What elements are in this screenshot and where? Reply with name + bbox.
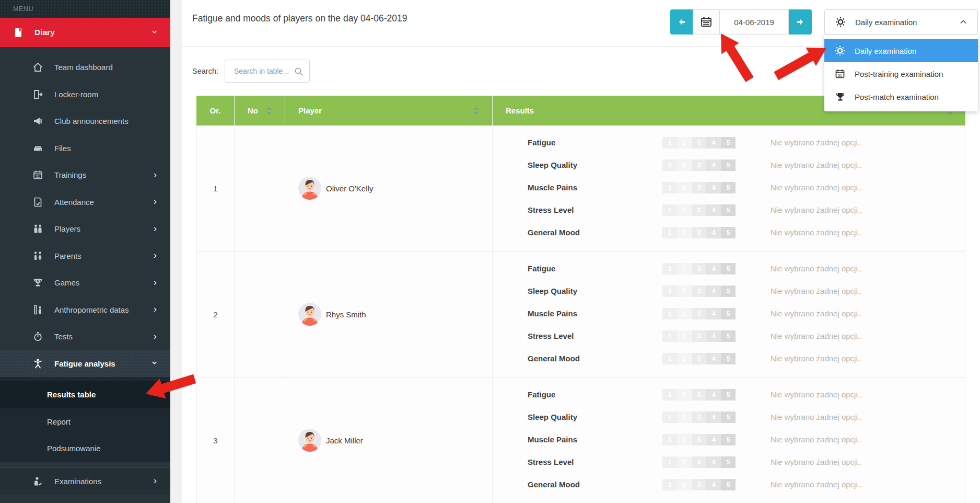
rating-cell-5[interactable]: 5 (721, 411, 736, 423)
rating-cell-5[interactable]: 5 (721, 456, 736, 468)
examination-type-select[interactable]: Daily examination (824, 9, 978, 35)
rating-cell-4[interactable]: 4 (706, 137, 721, 148)
rating-cell-5[interactable]: 5 (721, 263, 736, 275)
rating-cell-5[interactable]: 5 (721, 389, 736, 401)
rating-cell-3[interactable]: 3 (692, 479, 706, 490)
rating-cell-3[interactable]: 3 (692, 456, 706, 468)
sidebar-item-attendance[interactable]: Attendance› (0, 189, 170, 216)
rating-cell-1[interactable]: 1 (662, 285, 677, 297)
rating-cell-3[interactable]: 3 (692, 137, 706, 148)
menu-option-daily-examination[interactable]: Daily examination (824, 39, 978, 62)
sidebar-item-anthropometric-datas[interactable]: Anthropometric datas› (0, 296, 170, 324)
rating-cell-2[interactable]: 2 (677, 456, 692, 468)
rating-cell-4[interactable]: 4 (706, 456, 721, 468)
rating-cell-3[interactable]: 3 (692, 389, 706, 401)
column-header-no[interactable]: No (235, 96, 285, 125)
rating-cell-2[interactable]: 2 (677, 137, 692, 148)
rating-cell-2[interactable]: 2 (677, 389, 692, 401)
sidebar-item-parents[interactable]: Parents› (0, 243, 170, 270)
rating-cell-4[interactable]: 4 (706, 330, 721, 342)
rating-cell-2[interactable]: 2 (677, 434, 692, 445)
rating-cell-1[interactable]: 1 (662, 227, 677, 238)
rating-cell-4[interactable]: 4 (706, 285, 721, 297)
rating-cell-2[interactable]: 2 (677, 479, 692, 490)
rating-cell-5[interactable]: 5 (721, 227, 736, 238)
rating-cell-5[interactable]: 5 (721, 159, 736, 171)
rating-cell-5[interactable]: 5 (721, 204, 736, 216)
rating-cell-2[interactable]: 2 (677, 182, 692, 193)
rating-cell-5[interactable]: 5 (721, 182, 736, 193)
sidebar-item-club-announcements[interactable]: Club announcements (0, 108, 170, 135)
rating-cell-5[interactable]: 5 (721, 330, 736, 342)
sidebar-item-examinations[interactable]: Examinations › (0, 468, 170, 495)
rating-cell-3[interactable]: 3 (692, 411, 706, 423)
rating-cell-5[interactable]: 5 (721, 434, 736, 445)
rating-cell-1[interactable]: 1 (662, 353, 677, 364)
rating-cell-4[interactable]: 4 (706, 227, 721, 238)
rating-cell-4[interactable]: 4 (706, 182, 721, 193)
rating-cell-4[interactable]: 4 (706, 411, 721, 423)
rating-cell-1[interactable]: 1 (662, 479, 677, 490)
rating-cell-5[interactable]: 5 (721, 137, 736, 148)
rating-cell-3[interactable]: 3 (692, 285, 706, 297)
date-field[interactable]: 04-06-2019 (720, 9, 789, 35)
sidebar-item-fatigue-analysis[interactable]: Fatigue analysis› (0, 350, 170, 378)
rating-cell-3[interactable]: 3 (692, 330, 706, 342)
rating-cell-3[interactable]: 3 (692, 308, 706, 319)
sidebar-subitem-report[interactable]: Report (0, 408, 170, 436)
rating-cell-5[interactable]: 5 (721, 285, 736, 297)
rating-cell-1[interactable]: 1 (662, 456, 677, 468)
rating-cell-3[interactable]: 3 (692, 159, 706, 171)
rating-cell-4[interactable]: 4 (706, 204, 721, 216)
rating-cell-3[interactable]: 3 (692, 263, 706, 275)
rating-cell-2[interactable]: 2 (677, 263, 692, 275)
sidebar-item-team-dashboard[interactable]: Team dashboard (0, 54, 170, 81)
rating-cell-3[interactable]: 3 (692, 434, 706, 445)
rating-cell-2[interactable]: 2 (677, 227, 692, 238)
rating-cell-2[interactable]: 2 (677, 411, 692, 423)
rating-cell-4[interactable]: 4 (706, 479, 721, 490)
rating-cell-4[interactable]: 4 (706, 263, 721, 275)
sidebar-subitem-podsumowanie[interactable]: Podsumowanie (0, 435, 170, 462)
next-day-button[interactable] (789, 9, 812, 35)
sidebar-item-games[interactable]: Games› (0, 269, 170, 296)
calendar-button[interactable] (693, 9, 720, 35)
sidebar-item-locker-room[interactable]: Locker-room (0, 81, 170, 108)
rating-cell-4[interactable]: 4 (706, 308, 721, 319)
rating-cell-4[interactable]: 4 (706, 159, 721, 171)
menu-option-post-match-examination[interactable]: Post-match examination (824, 85, 978, 108)
column-header-player[interactable]: Player (285, 96, 493, 125)
rating-cell-1[interactable]: 1 (662, 204, 677, 216)
rating-cell-5[interactable]: 5 (721, 479, 736, 490)
rating-cell-1[interactable]: 1 (662, 411, 677, 423)
rating-cell-2[interactable]: 2 (677, 330, 692, 342)
search-input[interactable] (233, 66, 295, 76)
rating-cell-1[interactable]: 1 (662, 308, 677, 319)
rating-cell-1[interactable]: 1 (662, 434, 677, 445)
rating-cell-2[interactable]: 2 (677, 204, 692, 216)
rating-cell-3[interactable]: 3 (692, 353, 706, 364)
rating-cell-4[interactable]: 4 (706, 353, 721, 364)
rating-cell-1[interactable]: 1 (662, 137, 677, 148)
rating-cell-4[interactable]: 4 (706, 434, 721, 445)
rating-cell-2[interactable]: 2 (677, 285, 692, 297)
rating-cell-3[interactable]: 3 (692, 227, 706, 238)
rating-cell-4[interactable]: 4 (706, 389, 721, 401)
rating-cell-1[interactable]: 1 (662, 389, 677, 401)
rating-cell-1[interactable]: 1 (662, 182, 677, 193)
rating-cell-5[interactable]: 5 (721, 353, 736, 364)
rating-cell-3[interactable]: 3 (692, 182, 706, 193)
rating-cell-5[interactable]: 5 (721, 308, 736, 319)
sidebar-item-files[interactable]: Files (0, 135, 170, 162)
sidebar-item-tests[interactable]: Tests› (0, 323, 170, 350)
rating-cell-3[interactable]: 3 (692, 204, 706, 216)
menu-option-post-training-examination[interactable]: 31 Post-training examination (824, 62, 978, 85)
rating-cell-1[interactable]: 1 (662, 159, 677, 171)
rating-cell-1[interactable]: 1 (662, 330, 677, 342)
sidebar-item-players[interactable]: Players› (0, 215, 170, 243)
rating-cell-1[interactable]: 1 (662, 263, 677, 275)
rating-cell-2[interactable]: 2 (677, 308, 692, 319)
sidebar-subitem-results-table[interactable]: Results table (0, 381, 170, 408)
previous-day-button[interactable] (670, 9, 693, 35)
sidebar-item-diary[interactable]: Diary › (0, 18, 170, 47)
